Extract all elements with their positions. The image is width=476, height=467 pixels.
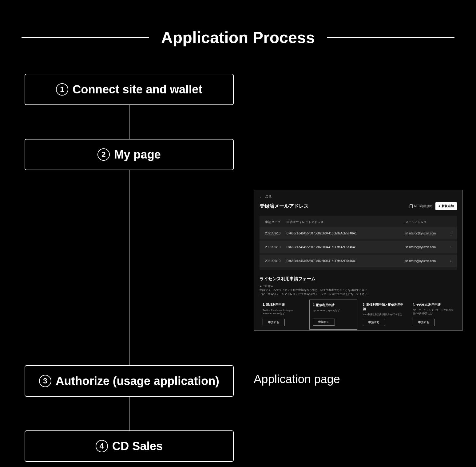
card-title: 4. その他の利用申請 xyxy=(413,303,454,307)
process-flow: 1 Connect site and wallet 2 My page 3 Au… xyxy=(25,74,234,462)
apply-button[interactable]: 申請する xyxy=(263,319,285,326)
card-streaming: 2. 配信利用申請 Apple Music, Spotifyなど 申請する xyxy=(309,300,357,329)
registered-email-table: 申請タイプ 申請者ウォレットアドレス メールアドレス 2021/09/10 0×… xyxy=(260,216,457,270)
cell-mail: shintaro@kyuzan.com xyxy=(405,232,445,235)
nft-terms-label: NFT利用規約 xyxy=(414,204,432,208)
step-4-box: 4 CD Sales xyxy=(25,430,234,462)
nft-terms-link[interactable]: NFT利用規約 xyxy=(410,204,432,208)
license-form-heading: ライセンス利用申請フォーム xyxy=(260,276,457,282)
cell-date: 2021/09/10 xyxy=(265,232,287,235)
card-subtitle: SNS利用と配信利用両方を行う場合 xyxy=(363,313,404,316)
cell-mail: shintaro@kyuzan.com xyxy=(405,259,445,263)
notice-line-1: ★ご注意★ xyxy=(260,284,457,288)
col-header-type: 申請タイプ xyxy=(265,220,287,224)
card-subtitle: Twitter, Facebook, Instagram, Youtube, T… xyxy=(263,309,304,316)
connector-2-3 xyxy=(129,170,129,365)
step-2-label: My page xyxy=(114,148,161,161)
page-title: Application Process xyxy=(161,28,315,47)
table-header: 申請タイプ 申請者ウォレットアドレス メールアドレス xyxy=(260,216,457,227)
cell-date: 2021/09/10 xyxy=(265,245,287,249)
table-row[interactable]: 2021/09/10 0×680c1d46455f8070d828b0441d0… xyxy=(260,227,457,239)
chevron-right-icon: › xyxy=(445,232,451,235)
step-2-box: 2 My page xyxy=(25,139,234,170)
card-sns: 1. SNS利用申請 Twitter, Facebook, Instagram,… xyxy=(260,300,307,329)
add-new-button[interactable]: + 新規追加 xyxy=(435,202,457,210)
document-icon xyxy=(410,204,413,208)
col-header-mail: メールアドレス xyxy=(405,220,445,224)
notice-line-3: 上記「登録済メールアドレス」にて登録済のメールアドレスにて申請を行なって下さい。 xyxy=(260,292,457,296)
apply-button[interactable]: 申請する xyxy=(313,319,335,326)
title-divider-left xyxy=(22,37,149,38)
registered-email-heading: 登録済メールアドレス xyxy=(260,203,309,210)
connector-1-2 xyxy=(129,105,129,139)
application-type-cards: 1. SNS利用申請 Twitter, Facebook, Instagram,… xyxy=(260,300,457,329)
card-title: 3. SNS利用申請と配信利用申請 xyxy=(363,303,404,311)
cell-address: 0×680c1d46455f8070d828b0441d0EffaAcE5c46… xyxy=(287,259,405,263)
application-page-preview: ← 戻る 登録済メールアドレス NFT利用規約 + 新規追加 申請タイプ 申請者… xyxy=(254,190,463,331)
header-actions: NFT利用規約 + 新規追加 xyxy=(410,202,457,210)
table-row[interactable]: 2021/09/10 0×680c1d46455f8070d828b0441d0… xyxy=(260,241,457,253)
step-4-label: CD Sales xyxy=(112,440,163,453)
step-1-number: 1 xyxy=(56,83,68,96)
step-4-number: 4 xyxy=(96,440,108,452)
step-3-box: 3 Authorize (usage application) xyxy=(25,365,234,397)
cell-date: 2021/09/10 xyxy=(265,259,287,263)
add-new-label: 新規追加 xyxy=(442,204,454,208)
title-row: Application Process xyxy=(22,28,454,47)
title-divider-right xyxy=(327,37,454,38)
apply-button[interactable]: 申請する xyxy=(413,319,435,326)
card-title: 1. SNS利用申請 xyxy=(263,303,304,307)
connector-3-4 xyxy=(129,397,129,430)
chevron-right-icon: › xyxy=(445,259,451,263)
table-row[interactable]: 2021/09/10 0×680c1d46455f8070d828b0441d0… xyxy=(260,255,457,267)
col-header-address: 申請者ウォレットアドレス xyxy=(287,220,405,224)
back-arrow-icon: ← xyxy=(260,195,263,199)
notice-line-2: 申請フォームでライセンス利用申請を行う際は、NFT所有者であることを確認する為に xyxy=(260,288,457,292)
application-page-label: Application page xyxy=(254,373,340,386)
license-form-notice: ★ご注意★ 申請フォームでライセンス利用申請を行う際は、NFT所有者であることを… xyxy=(260,284,457,296)
card-other: 4. その他の利用申請 CD、マーチャンダイズ、二次創作作品の権利申請など 申請… xyxy=(410,300,457,329)
card-title: 2. 配信利用申請 xyxy=(313,303,354,307)
step-3-label: Authorize (usage application) xyxy=(56,375,219,388)
chevron-right-icon: › xyxy=(445,245,451,249)
plus-icon: + xyxy=(438,205,440,208)
step-2-number: 2 xyxy=(97,148,110,161)
back-link[interactable]: ← 戻る xyxy=(260,194,457,199)
card-subtitle: Apple Music, Spotifyなど xyxy=(313,309,354,316)
step-1-box: 1 Connect site and wallet xyxy=(25,74,234,105)
card-subtitle: CD、マーチャンダイズ、二次創作作品の権利申請など xyxy=(413,309,454,316)
preview-header: 登録済メールアドレス NFT利用規約 + 新規追加 xyxy=(260,202,457,210)
back-label: 戻る xyxy=(265,194,272,199)
step-1-label: Connect site and wallet xyxy=(73,83,202,96)
cell-mail: shintaro@kyuzan.com xyxy=(405,245,445,249)
card-sns-and-streaming: 3. SNS利用申請と配信利用申請 SNS利用と配信利用両方を行う場合 申請する xyxy=(360,300,407,329)
apply-button[interactable]: 申請する xyxy=(363,319,385,326)
cell-address: 0×680c1d46455f8070d828b0441d0EffaAcE5c46… xyxy=(287,245,405,249)
cell-address: 0×680c1d46455f8070d828b0441d0EffaAcE5c46… xyxy=(287,232,405,235)
step-3-number: 3 xyxy=(39,375,51,387)
